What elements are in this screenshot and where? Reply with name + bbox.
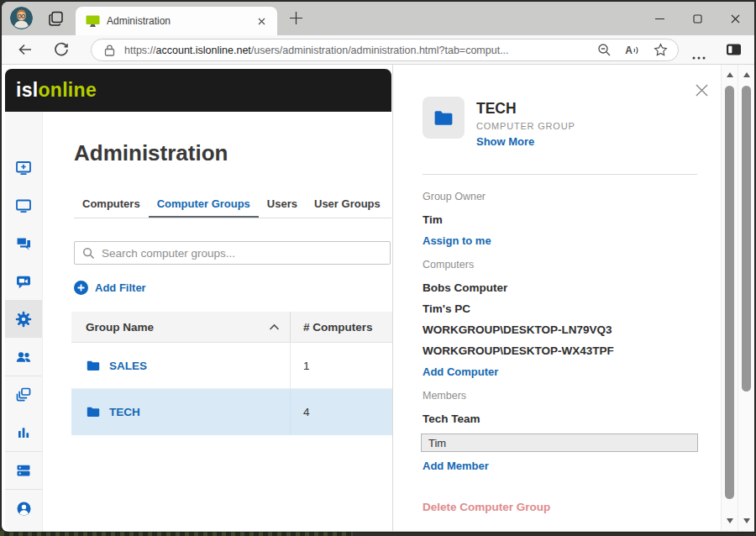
member-item-highlighted[interactable]: Tim xyxy=(421,434,698,452)
url-path: /users/administration/administration.htm… xyxy=(251,45,509,56)
sidebar-item-account[interactable] xyxy=(5,489,42,527)
tab-users[interactable]: Users xyxy=(259,191,306,218)
sidebar-item-sessions[interactable] xyxy=(5,376,42,413)
sidebar xyxy=(5,112,43,531)
add-filter-button[interactable]: Add Filter xyxy=(74,281,146,295)
panel-scrollbar-thumb[interactable] xyxy=(725,86,734,499)
column-header-num-computers[interactable]: # Computers xyxy=(290,312,392,342)
admin-tabs: Computers Computer Groups Users User Gro… xyxy=(74,191,391,218)
show-more-link[interactable]: Show More xyxy=(476,135,575,148)
sidebar-item-reports[interactable] xyxy=(5,413,42,451)
chat-icon xyxy=(15,235,32,252)
maximize-button[interactable] xyxy=(679,2,717,35)
sidebar-item-new-session[interactable] xyxy=(5,149,42,187)
web-page: islonline xyxy=(2,65,754,531)
assign-to-me-link[interactable]: Assign to me xyxy=(423,234,699,248)
scroll-down-arrow[interactable] xyxy=(727,518,733,523)
computers-section: Computers Bobs Computer Tim's PC WORKGRO… xyxy=(423,259,699,379)
address-bar[interactable]: https://account.islonline.net/users/admi… xyxy=(91,39,679,61)
new-tab-button[interactable] xyxy=(289,11,303,29)
panel-divider xyxy=(423,174,697,175)
computers-label: Computers xyxy=(423,259,699,271)
page-scrollbar xyxy=(738,65,754,531)
search-box xyxy=(74,241,391,265)
workspaces-icon[interactable] xyxy=(47,10,65,31)
num-computers-header-label: # Computers xyxy=(303,321,373,334)
users-icon xyxy=(15,349,32,365)
computer-item[interactable]: Tim's PC xyxy=(423,302,699,316)
page-title: Administration xyxy=(74,140,228,166)
lock-icon xyxy=(103,44,116,57)
add-member-link[interactable]: Add Member xyxy=(423,460,699,473)
group-name-tech: TECH xyxy=(109,406,140,418)
gear-icon xyxy=(14,310,33,328)
sort-ascending-icon xyxy=(269,323,280,331)
computer-item[interactable]: Bobs Computer xyxy=(423,281,699,295)
more-options-icon[interactable] xyxy=(692,48,706,63)
sidebar-item-users[interactable] xyxy=(5,338,42,376)
bar-chart-icon xyxy=(15,424,32,441)
panel-scrollbar xyxy=(721,65,738,531)
tech-computer-count: 4 xyxy=(290,389,392,434)
browser-tab[interactable]: Administration xyxy=(76,7,277,35)
group-tile xyxy=(423,97,465,139)
plus-circle-icon xyxy=(74,281,88,295)
group-owner-section: Group Owner Tim Assign to me xyxy=(423,191,699,248)
browser-profile-avatar[interactable] xyxy=(10,7,33,29)
layers-icon xyxy=(15,386,32,403)
details-panel: TECH COMPUTER GROUP Show More Group Owne… xyxy=(392,65,721,531)
refresh-button[interactable] xyxy=(54,42,69,60)
panel-close-icon[interactable] xyxy=(693,81,710,98)
members-section: Members Tech Team Tim Add Member xyxy=(423,390,699,473)
tab-computers[interactable]: Computers xyxy=(74,191,149,218)
logo-isl: isl xyxy=(16,79,38,102)
minimize-button[interactable] xyxy=(641,2,679,35)
sidebar-item-storage[interactable] xyxy=(5,451,42,489)
read-aloud-icon[interactable]: A xyxy=(625,45,640,56)
add-filter-label: Add Filter xyxy=(95,281,146,294)
panel-group-subtitle: COMPUTER GROUP xyxy=(476,121,575,131)
split-screen-icon[interactable] xyxy=(726,43,742,60)
computer-item[interactable]: WORKGROUP\DESKTOP-LN79VQ3 xyxy=(423,323,699,337)
back-button[interactable] xyxy=(18,42,33,60)
browser-toolbar: https://account.islonline.net/users/admi… xyxy=(2,35,754,65)
folder-icon xyxy=(433,107,454,129)
member-item[interactable]: Tech Team xyxy=(423,413,699,426)
tab-title: Administration xyxy=(107,15,254,27)
url-text: https://account.islonline.net/users/admi… xyxy=(124,45,584,56)
tab-favicon-icon xyxy=(86,15,100,28)
members-label: Members xyxy=(423,390,699,402)
computer-item[interactable]: WORKGROUP\DESKTOP-WX43TPF xyxy=(423,344,699,358)
tab-close-icon[interactable] xyxy=(254,13,269,29)
scroll-up-arrow[interactable] xyxy=(727,72,733,77)
account-icon xyxy=(15,500,33,518)
url-scheme: https:// xyxy=(124,45,156,56)
sidebar-item-computers[interactable] xyxy=(5,187,42,224)
sidebar-item-video-call[interactable] xyxy=(5,262,42,300)
server-icon xyxy=(15,462,32,479)
tab-computer-groups[interactable]: Computer Groups xyxy=(149,191,259,218)
add-computer-link[interactable]: Add Computer xyxy=(423,365,699,379)
page-scrollbar-thumb[interactable] xyxy=(742,86,751,391)
video-call-icon xyxy=(15,273,32,290)
table-row-sales[interactable]: SALES 1 xyxy=(71,343,392,389)
tab-user-groups[interactable]: User Groups xyxy=(306,191,389,218)
window-controls xyxy=(641,2,754,35)
computer-groups-table: Group Name # Computers SALES xyxy=(71,312,392,435)
sidebar-item-chat[interactable] xyxy=(5,224,42,262)
table-row-tech[interactable]: TECH 4 xyxy=(71,389,392,435)
panel-group-title: TECH xyxy=(476,100,575,118)
avatar-image xyxy=(10,7,33,29)
group-name-sales: SALES xyxy=(109,360,147,372)
zoom-out-icon[interactable] xyxy=(597,43,612,57)
search-input[interactable] xyxy=(102,247,390,260)
delete-computer-group-link[interactable]: Delete Computer Group xyxy=(423,501,550,513)
monitor-plus-icon xyxy=(15,160,32,176)
scroll-down-arrow[interactable] xyxy=(743,518,750,523)
scroll-up-arrow[interactable] xyxy=(743,72,750,77)
sidebar-item-settings[interactable] xyxy=(5,300,42,338)
column-header-group-name[interactable]: Group Name xyxy=(71,312,290,342)
close-button[interactable] xyxy=(717,2,754,35)
sales-computer-count: 1 xyxy=(290,343,392,388)
favorites-star-icon[interactable] xyxy=(654,43,668,57)
